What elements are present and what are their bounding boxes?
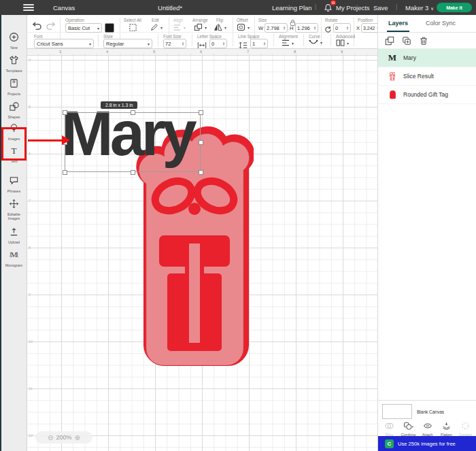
duplicate-icon[interactable]	[402, 36, 411, 48]
gift-tag-layer-icon	[387, 90, 398, 99]
layer-row-mary[interactable]: M Mary	[378, 49, 476, 67]
notifications-bell-icon[interactable]: 99	[324, 3, 333, 15]
font-size-field[interactable]: 72▲▼	[163, 39, 186, 48]
tab-layers[interactable]: Layers	[388, 20, 408, 27]
shapes-icon	[9, 101, 19, 112]
menu-icon[interactable]	[23, 4, 34, 11]
contour-button: Contour	[456, 420, 475, 436]
document-title[interactable]: Untitled*	[139, 4, 201, 12]
combine-button[interactable]: ▾ Combine	[399, 420, 418, 436]
design-canvas[interactable]: 3 4 5 6 7 8 9 4 5 6 7 8 9 10 11 12 Mary	[27, 49, 377, 451]
flatten-button[interactable]: Flatten	[437, 420, 456, 436]
group-icon[interactable]	[385, 36, 394, 48]
attach-icon	[423, 422, 432, 430]
font-label: Font	[34, 34, 43, 39]
zoom-in-icon[interactable]: ⊕	[75, 434, 80, 441]
edit-pencil-icon[interactable]: ▾	[150, 23, 163, 31]
position-label: Position	[358, 18, 373, 22]
select-all-icon[interactable]	[129, 23, 137, 32]
size-label: Size	[258, 18, 267, 22]
stepper-icon[interactable]: ▲▼	[313, 26, 316, 31]
sidebar-item-editable-images[interactable]: Editable Images	[1, 199, 27, 220]
selection-bounding-box[interactable]	[65, 112, 201, 172]
line-space-label: Line Space	[238, 34, 260, 39]
align-label: Align	[173, 18, 183, 22]
zoom-out-icon[interactable]: ⊖	[48, 434, 53, 441]
svg-text:M: M	[10, 250, 17, 258]
offset-icon[interactable]: ▾	[237, 23, 250, 31]
panel-tabs: Layers Color Sync	[378, 15, 476, 33]
material-color-swatch[interactable]	[105, 23, 114, 33]
learning-plan-link[interactable]: Learning Plan	[272, 4, 312, 12]
sidebar-item-new[interactable]: New	[1, 32, 27, 50]
blank-canvas-swatch[interactable]	[382, 404, 412, 419]
notifications-badge: 99	[330, 0, 336, 5]
sidebar-item-monogram[interactable]: M Monogram	[1, 250, 27, 267]
alignment-label: Alignment	[279, 34, 298, 39]
blank-canvas-label: Blank Canvas	[417, 410, 444, 414]
monogram-icon: M	[9, 250, 19, 260]
flip-icon[interactable]: ▾	[214, 23, 226, 31]
advanced-icon[interactable]: ▾	[336, 39, 349, 46]
layer-actions: Slice ▾ Combine Attach Flatten Contour	[378, 420, 476, 436]
new-plus-icon	[9, 32, 19, 42]
zoom-control[interactable]: ⊖ 200% ⊕	[35, 431, 92, 444]
stepper-icon[interactable]: ▲▼	[346, 26, 349, 31]
selection-handle[interactable]	[131, 110, 135, 115]
chevron-down-icon: ▾	[97, 26, 99, 31]
selection-handle[interactable]	[199, 140, 203, 145]
sidebar-item-templates[interactable]: Templates	[1, 55, 27, 73]
stepper-icon[interactable]: ▲▼	[222, 41, 225, 46]
selection-handle[interactable]	[63, 170, 67, 175]
operation-dropdown[interactable]: Basic Cut▾	[65, 23, 102, 33]
height-field[interactable]: 1.296▲▼	[295, 23, 318, 33]
line-space-field[interactable]: 1▲▼	[250, 39, 268, 48]
width-field[interactable]: 2.798▲▼	[265, 23, 288, 33]
layer-row-slice-result[interactable]: Slice Result	[378, 67, 476, 86]
tab-color-sync[interactable]: Color Sync	[426, 20, 456, 27]
curve-icon[interactable]: ▾	[309, 39, 322, 46]
font-size-label: Font Size	[163, 34, 182, 39]
sidebar-item-phrases[interactable]: Phrases	[1, 176, 27, 193]
position-x-label: X	[356, 25, 360, 31]
slice-icon	[385, 422, 394, 430]
width-field-label: W	[258, 25, 263, 31]
selection-handle[interactable]	[199, 170, 203, 175]
save-button[interactable]: Save	[373, 4, 388, 12]
font-dropdown[interactable]: Cricut Sans▾	[34, 39, 94, 48]
my-projects-link[interactable]: My Projects	[336, 4, 370, 12]
sidebar-item-shapes[interactable]: Shapes	[1, 101, 27, 119]
zoom-level: 200%	[56, 434, 71, 441]
redo-icon[interactable]	[46, 22, 56, 31]
style-dropdown[interactable]: Regular▾	[103, 39, 152, 48]
selection-handle[interactable]	[199, 110, 203, 115]
delete-icon[interactable]	[419, 36, 428, 48]
speech-bubble-icon	[9, 176, 19, 186]
layer-row-rounded-gift-tag[interactable]: Rounded Gift Tag	[378, 86, 476, 104]
stepper-icon[interactable]: ▲▼	[182, 41, 184, 46]
flatten-icon	[442, 422, 451, 430]
select-all-label: Select All	[124, 18, 141, 22]
undo-icon[interactable]	[31, 22, 41, 31]
letter-space-field[interactable]: 0▲▼	[209, 39, 227, 48]
sidebar-item-upload[interactable]: Upload	[1, 227, 27, 244]
annotation-arrowhead	[62, 135, 70, 145]
promo-banner[interactable]: C Use 250k images for free	[378, 436, 476, 451]
layers-toolbar	[378, 33, 476, 49]
machine-selector[interactable]: Maker 3 ∨	[405, 4, 434, 12]
header-divider: |	[396, 3, 397, 10]
selection-handle[interactable]	[63, 110, 67, 115]
arrange-icon[interactable]: ▾	[194, 23, 207, 31]
attach-button[interactable]: Attach	[418, 420, 437, 436]
selection-handle[interactable]	[131, 170, 135, 175]
alignment-icon[interactable]: ▾	[282, 39, 294, 46]
curve-label: Curve	[309, 34, 320, 39]
slice-button: Slice	[380, 420, 398, 436]
make-it-button[interactable]: Make It	[437, 3, 472, 12]
tshirt-icon	[9, 55, 19, 65]
rotate-field[interactable]: 0▲▼	[333, 23, 351, 33]
sidebar-item-projects[interactable]: Projects	[1, 78, 27, 96]
text-layer-icon: M	[387, 52, 398, 63]
stepper-icon[interactable]: ▲▼	[263, 41, 266, 46]
stepper-icon[interactable]: ▲▼	[283, 26, 286, 31]
